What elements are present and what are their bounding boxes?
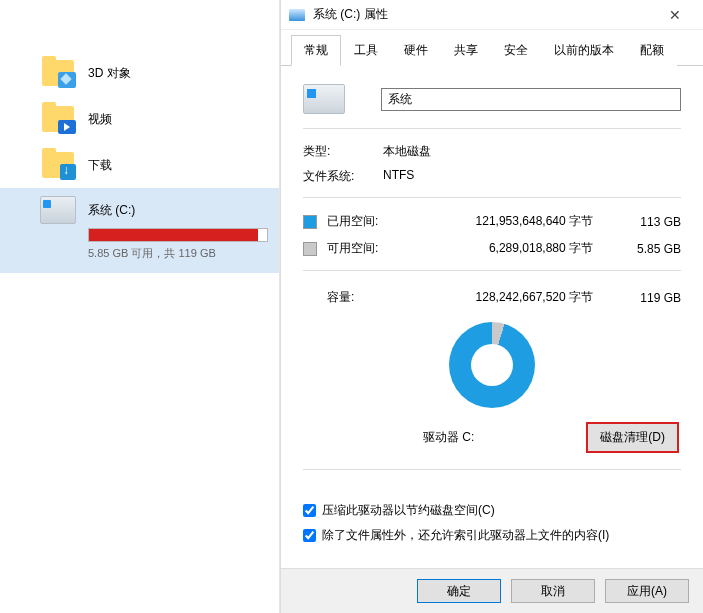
drive-label: 系统 (C:) — [88, 202, 135, 219]
dialog-buttons: 确定 取消 应用(A) — [281, 568, 703, 613]
properties-dialog: 系统 (C:) 属性 ✕ 常规 工具 硬件 共享 安全 以前的版本 配额 类型:… — [280, 0, 703, 613]
tab-sharing[interactable]: 共享 — [441, 35, 491, 66]
folder-label: 视频 — [88, 111, 112, 128]
close-button[interactable]: ✕ — [655, 0, 695, 30]
cancel-button[interactable]: 取消 — [511, 579, 595, 603]
tab-general[interactable]: 常规 — [291, 35, 341, 66]
drive-subtext: 5.85 GB 可用，共 119 GB — [88, 246, 263, 261]
drive-letter-label: 驱动器 C: — [423, 429, 474, 446]
tab-content-general: 类型: 本地磁盘 文件系统: NTFS 已用空间: 121,953,648,64… — [281, 66, 703, 568]
type-label: 类型: — [303, 143, 383, 160]
usage-pie-chart — [449, 322, 535, 408]
type-value: 本地磁盘 — [383, 143, 681, 160]
apply-button[interactable]: 应用(A) — [605, 579, 689, 603]
used-bytes: 121,953,648,640 字节 — [401, 213, 621, 230]
folder-label: 下载 — [88, 157, 112, 174]
filesystem-value: NTFS — [383, 168, 681, 185]
volume-name-input[interactable] — [381, 88, 681, 111]
ok-button[interactable]: 确定 — [417, 579, 501, 603]
folder-icon — [40, 104, 76, 134]
index-label: 除了文件属性外，还允许索引此驱动器上文件的内容(I) — [322, 527, 609, 544]
used-label: 已用空间: — [327, 213, 401, 230]
folder-3d-objects[interactable]: 3D 对象 — [0, 50, 279, 96]
capacity-bytes: 128,242,667,520 字节 — [401, 289, 621, 306]
tab-tools[interactable]: 工具 — [341, 35, 391, 66]
index-checkbox-row[interactable]: 除了文件属性外，还允许索引此驱动器上文件的内容(I) — [303, 523, 681, 548]
drive-usage-fill — [89, 229, 258, 241]
compress-checkbox-row[interactable]: 压缩此驱动器以节约磁盘空间(C) — [303, 498, 681, 523]
drive-large-icon — [303, 84, 345, 114]
folder-icon — [40, 58, 76, 88]
tab-previous-versions[interactable]: 以前的版本 — [541, 35, 627, 66]
drive-item-c[interactable]: 系统 (C:) 5.85 GB 可用，共 119 GB — [0, 188, 279, 273]
tab-security[interactable]: 安全 — [491, 35, 541, 66]
compress-checkbox[interactable] — [303, 504, 316, 517]
free-bytes: 6,289,018,880 字节 — [401, 240, 621, 257]
compress-label: 压缩此驱动器以节约磁盘空间(C) — [322, 502, 495, 519]
titlebar: 系统 (C:) 属性 ✕ — [281, 0, 703, 30]
disk-cleanup-button[interactable]: 磁盘清理(D) — [586, 422, 679, 453]
free-size: 5.85 GB — [621, 242, 681, 256]
index-checkbox[interactable] — [303, 529, 316, 542]
folder-videos[interactable]: 视频 — [0, 96, 279, 142]
used-size: 113 GB — [621, 215, 681, 229]
explorer-pane: 3D 对象 视频 下载 系统 (C:) 5.85 GB 可用，共 119 GB — [0, 0, 280, 613]
folder-icon — [40, 150, 76, 180]
drive-usage-bar — [88, 228, 268, 242]
filesystem-label: 文件系统: — [303, 168, 383, 185]
free-label: 可用空间: — [327, 240, 401, 257]
used-swatch — [303, 215, 317, 229]
folder-label: 3D 对象 — [88, 65, 131, 82]
capacity-label: 容量: — [303, 289, 401, 306]
drive-small-icon — [289, 9, 305, 21]
tab-strip: 常规 工具 硬件 共享 安全 以前的版本 配额 — [281, 30, 703, 66]
folder-downloads[interactable]: 下载 — [0, 142, 279, 188]
free-swatch — [303, 242, 317, 256]
drive-icon — [40, 196, 76, 224]
dialog-title: 系统 (C:) 属性 — [313, 6, 655, 23]
capacity-size: 119 GB — [621, 291, 681, 305]
tab-quota[interactable]: 配额 — [627, 35, 677, 66]
tab-hardware[interactable]: 硬件 — [391, 35, 441, 66]
